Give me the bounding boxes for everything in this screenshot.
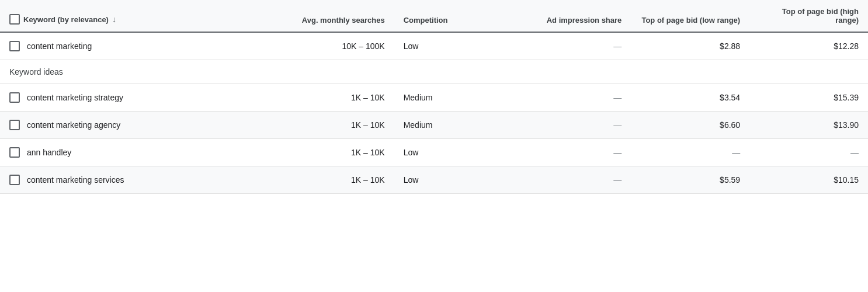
- keyword-label-2: ann handley: [27, 148, 71, 157]
- keyword-cell-2: ann handley: [0, 139, 276, 166]
- row-checkbox-2[interactable]: [9, 147, 20, 158]
- main-competition: Low: [394, 32, 513, 60]
- main-keyword-cell: content marketing: [0, 32, 276, 60]
- main-bid-low: $2.88: [631, 32, 749, 60]
- impression-3: —: [513, 166, 631, 194]
- impression-1: —: [513, 112, 631, 139]
- keyword-cell-0: content marketing strategy: [0, 84, 276, 112]
- main-bid-high: $12.28: [749, 32, 868, 60]
- keywords-table: Keyword (by relevance) ↓ Avg. monthly se…: [0, 0, 868, 194]
- col-header-bid-high: Top of page bid (high range): [749, 0, 868, 32]
- bid-high-1: $13.90: [749, 112, 868, 139]
- sort-icon[interactable]: ↓: [112, 15, 116, 24]
- bid-low-0: $3.54: [631, 84, 749, 112]
- bid-low-1: $6.60: [631, 112, 749, 139]
- avg-monthly-1: 1K – 10K: [276, 112, 394, 139]
- competition-2: Low: [394, 139, 513, 166]
- table-row: content marketing agency 1K – 10K Medium…: [0, 112, 868, 139]
- keyword-label-0: content marketing strategy: [27, 93, 123, 102]
- competition-1: Medium: [394, 112, 513, 139]
- impression-2: —: [513, 139, 631, 166]
- select-all-checkbox[interactable]: [9, 14, 20, 25]
- col-header-bid-low: Top of page bid (low range): [631, 0, 749, 32]
- main-keyword-label: content marketing: [27, 41, 92, 51]
- keyword-cell-1: content marketing agency: [0, 112, 276, 139]
- avg-monthly-3: 1K – 10K: [276, 166, 394, 194]
- col-header-competition: Competition: [394, 0, 513, 32]
- section-header-row: Keyword ideas: [0, 60, 868, 84]
- row-checkbox-0[interactable]: [9, 92, 20, 103]
- col-header-keyword: Keyword (by relevance) ↓: [0, 0, 276, 32]
- main-keyword-row: content marketing 10K – 100K Low — $2.88…: [0, 32, 868, 60]
- impression-0: —: [513, 84, 631, 112]
- section-header-label: Keyword ideas: [0, 60, 868, 84]
- col-header-impression: Ad impression share: [513, 0, 631, 32]
- row-checkbox-3[interactable]: [9, 175, 20, 185]
- avg-monthly-2: 1K – 10K: [276, 139, 394, 166]
- keyword-label-3: content marketing services: [27, 175, 124, 185]
- table-row: content marketing services 1K – 10K Low …: [0, 166, 868, 194]
- col-keyword-label: Keyword (by relevance): [23, 15, 109, 24]
- bid-low-3: $5.59: [631, 166, 749, 194]
- keyword-label-1: content marketing agency: [27, 120, 120, 130]
- keyword-cell-3: content marketing services: [0, 166, 276, 194]
- main-impression: —: [513, 32, 631, 60]
- bid-high-3: $10.15: [749, 166, 868, 194]
- avg-monthly-0: 1K – 10K: [276, 84, 394, 112]
- table-row: ann handley 1K – 10K Low — — —: [0, 139, 868, 166]
- competition-3: Low: [394, 166, 513, 194]
- main-avg: 10K – 100K: [276, 32, 394, 60]
- main-row-checkbox[interactable]: [9, 41, 20, 51]
- competition-0: Medium: [394, 84, 513, 112]
- table-row: content marketing strategy 1K – 10K Medi…: [0, 84, 868, 112]
- bid-low-2: —: [631, 139, 749, 166]
- row-checkbox-1[interactable]: [9, 120, 20, 130]
- bid-high-0: $15.39: [749, 84, 868, 112]
- col-header-avg: Avg. monthly searches: [276, 0, 394, 32]
- bid-high-2: —: [749, 139, 868, 166]
